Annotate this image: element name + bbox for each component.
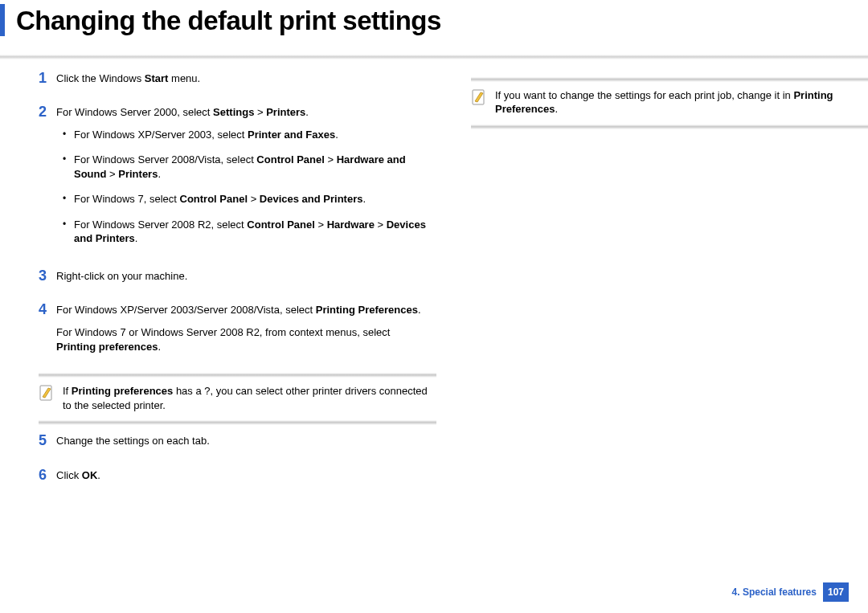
left-column: 1Click the Windows Start menu.2For Windo… <box>39 71 432 502</box>
step-body: Change the settings on each tab. <box>56 433 432 456</box>
step: 1Click the Windows Start menu. <box>39 71 432 94</box>
step-number: 5 <box>39 433 56 456</box>
note2-divider-bottom <box>471 125 868 129</box>
step-paragraph: For Windows 7 or Windows Server 2008 R2,… <box>56 325 432 353</box>
content-columns: 1Click the Windows Start menu.2For Windo… <box>0 59 868 502</box>
step-paragraph: Click OK. <box>56 468 432 483</box>
step: 5Change the settings on each tab. <box>39 433 432 456</box>
note-box-1: If Printing preferences has a ?, you can… <box>39 382 432 414</box>
step-number: 6 <box>39 468 56 491</box>
page-header: Changing the default print settings <box>0 0 868 50</box>
step-body: Click OK. <box>56 468 432 491</box>
page-title: Changing the default print settings <box>16 3 868 39</box>
note-text-2: If you want to change the settings for e… <box>495 88 860 116</box>
note-icon <box>471 88 487 108</box>
sub-bullet: For Windows 7, select Control Panel > De… <box>56 192 432 206</box>
step-number: 4 <box>39 302 56 362</box>
note-text-1: If Printing preferences has a ?, you can… <box>63 384 428 412</box>
steps-list-top: 1Click the Windows Start menu.2For Windo… <box>39 71 432 362</box>
step-paragraph: Click the Windows Start menu. <box>56 72 432 86</box>
note-box-2: If you want to change the settings for e… <box>471 87 865 118</box>
sub-bullet: For Windows Server 2008/Vista, select Co… <box>56 153 432 181</box>
step-body: For Windows XP/Server 2003/Server 2008/V… <box>56 302 432 362</box>
header-accent <box>0 4 5 36</box>
step: 4For Windows XP/Server 2003/Server 2008/… <box>39 302 432 362</box>
step-body: Right-click on your machine. <box>56 268 432 292</box>
step: 2For Windows Server 2000, select Setting… <box>39 104 432 257</box>
step-paragraph: For Windows XP/Server 2003/Server 2008/V… <box>56 303 432 317</box>
step-number: 1 <box>39 71 56 94</box>
step-body: Click the Windows Start menu. <box>56 71 432 94</box>
right-column: If you want to change the settings for e… <box>471 71 865 502</box>
footer-section-label: 4. Special features <box>732 586 817 599</box>
sub-bullet: For Windows Server 2008 R2, select Contr… <box>56 218 432 246</box>
step-number: 3 <box>39 268 56 292</box>
step-paragraph: For Windows Server 2000, select Settings… <box>56 105 432 120</box>
page-footer: 4. Special features 107 <box>732 582 849 602</box>
note-icon <box>39 384 55 403</box>
steps-list-bottom: 5Change the settings on each tab.6Click … <box>39 433 432 490</box>
sub-bullet: For Windows XP/Server 2003, select Print… <box>56 128 432 142</box>
step-body: For Windows Server 2000, select Settings… <box>56 104 432 257</box>
step-paragraph: Right-click on your machine. <box>56 269 432 284</box>
step-paragraph: Change the settings on each tab. <box>56 434 432 448</box>
note2-divider-top <box>471 77 868 82</box>
sub-bullets: For Windows XP/Server 2003, select Print… <box>56 128 432 246</box>
note-divider-top <box>39 373 436 378</box>
footer-page-number: 107 <box>823 582 849 602</box>
step: 6Click OK. <box>39 468 432 491</box>
step-number: 2 <box>39 104 56 257</box>
step: 3Right-click on your machine. <box>39 268 432 292</box>
note-divider-bottom <box>39 420 436 425</box>
